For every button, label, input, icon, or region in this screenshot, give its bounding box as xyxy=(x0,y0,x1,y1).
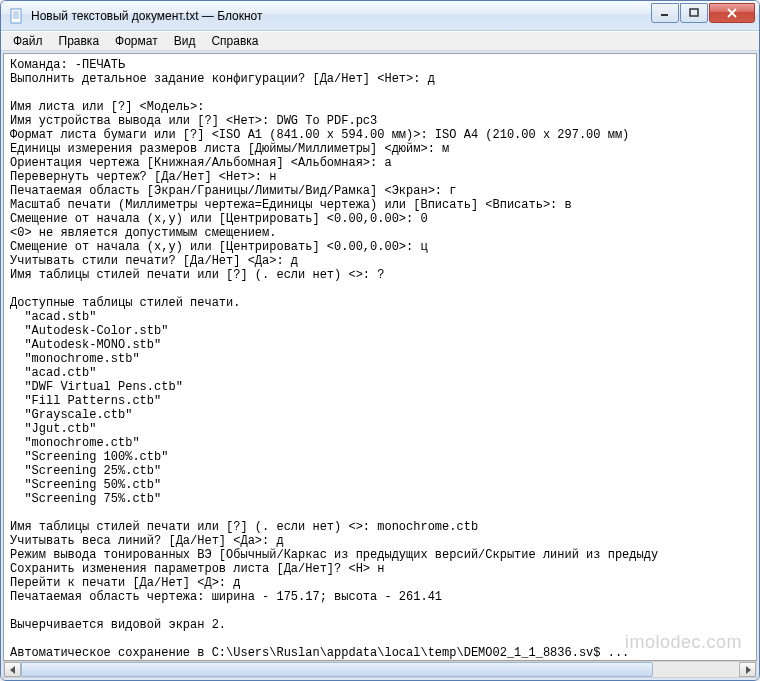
menu-format[interactable]: Формат xyxy=(107,32,166,50)
maximize-button[interactable] xyxy=(680,3,708,23)
close-button[interactable] xyxy=(709,3,755,23)
scroll-left-button[interactable] xyxy=(4,662,21,677)
horizontal-scrollbar[interactable] xyxy=(3,661,757,678)
titlebar[interactable]: Новый текстовый документ.txt — Блокнот xyxy=(1,1,759,31)
menubar: Файл Правка Формат Вид Справка xyxy=(1,31,759,51)
notepad-window: Новый текстовый документ.txt — Блокнот Ф… xyxy=(0,0,760,681)
minimize-button[interactable] xyxy=(651,3,679,23)
app-icon xyxy=(9,8,25,24)
window-title: Новый текстовый документ.txt — Блокнот xyxy=(31,9,651,23)
menu-view[interactable]: Вид xyxy=(166,32,204,50)
scroll-track[interactable] xyxy=(21,662,739,677)
svg-marker-10 xyxy=(746,666,751,674)
menu-edit[interactable]: Правка xyxy=(51,32,108,50)
scroll-right-button[interactable] xyxy=(739,662,756,677)
scroll-thumb[interactable] xyxy=(21,662,653,677)
svg-rect-6 xyxy=(690,9,698,16)
window-controls xyxy=(651,3,759,23)
content-frame: Команда: -ПЕЧАТЬ Выполнить детальное зад… xyxy=(1,51,759,680)
text-area[interactable]: Команда: -ПЕЧАТЬ Выполнить детальное зад… xyxy=(3,53,757,661)
svg-marker-9 xyxy=(10,666,15,674)
menu-help[interactable]: Справка xyxy=(203,32,266,50)
menu-file[interactable]: Файл xyxy=(5,32,51,50)
